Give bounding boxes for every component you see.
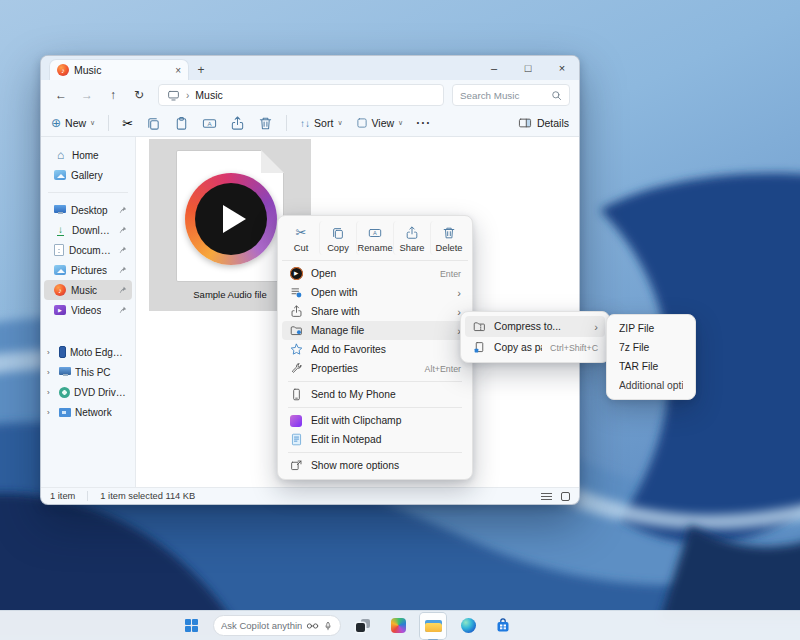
up-button[interactable]: ↑	[102, 88, 124, 102]
sidebar-item-videos[interactable]: ▶ Videos	[44, 300, 132, 320]
sidebar-item-music[interactable]: ♪ Music	[44, 280, 132, 300]
toolbar-divider	[286, 115, 287, 131]
menu-item-share-with[interactable]: Share with ›	[282, 302, 468, 321]
back-button[interactable]: ←	[50, 88, 72, 102]
list-view-toggle-icon[interactable]	[541, 493, 552, 500]
submenu-item-tar-file[interactable]: TAR File	[611, 357, 691, 376]
sidebar-item-label: Documents	[69, 245, 114, 256]
paste-button[interactable]	[174, 116, 189, 131]
tab-close-icon[interactable]: ×	[175, 65, 181, 76]
refresh-button[interactable]: ↻	[128, 88, 150, 102]
address-bar[interactable]: › Music	[158, 84, 444, 106]
submenu-item-7z-file[interactable]: 7z File	[611, 338, 691, 357]
search-box[interactable]	[452, 84, 570, 106]
microsoft-store-button[interactable]	[490, 613, 516, 639]
menu-item-open[interactable]: ▶ Open Enter	[282, 264, 468, 283]
menu-divider	[288, 407, 462, 408]
menu-item-show-more-options[interactable]: Show more options	[282, 456, 468, 475]
menu-item-open-with[interactable]: Open with ›	[282, 283, 468, 302]
rename-button[interactable]: A	[202, 116, 217, 131]
quick-action-label: Copy	[327, 243, 349, 253]
chevron-right-icon[interactable]: ›	[47, 388, 55, 397]
delete-menu-button[interactable]: Delete	[430, 221, 467, 255]
music-icon: ♪	[54, 284, 66, 296]
item-count: 1 item	[50, 491, 75, 501]
sidebar-item-label: Network	[75, 407, 112, 418]
view-button[interactable]: View ∨	[356, 117, 404, 129]
sidebar-item-desktop[interactable]: Desktop	[44, 200, 132, 220]
submenu-item-compress-to[interactable]: Compress to... ›	[465, 316, 605, 337]
chevron-right-icon[interactable]: ›	[47, 368, 55, 377]
status-bar: 1 item 1 item selected 114 KB	[41, 487, 579, 504]
menu-item-send-to-my-phone[interactable]: Send to My Phone	[282, 385, 468, 404]
sidebar-item-gallery[interactable]: Gallery	[44, 165, 132, 185]
details-pane-button[interactable]: Details	[518, 117, 569, 129]
close-button[interactable]: ×	[545, 56, 579, 80]
view-icon	[356, 117, 368, 129]
menu-item-label: Compress to...	[494, 321, 586, 332]
new-tab-button[interactable]: +	[189, 59, 213, 80]
menu-item-manage-file[interactable]: Manage file ›	[282, 321, 468, 340]
sidebar-item-pictures[interactable]: Pictures	[44, 260, 132, 280]
taskbar-search[interactable]	[213, 615, 341, 636]
start-button[interactable]	[178, 613, 204, 639]
chevron-down-icon: ∨	[90, 119, 95, 127]
file-explorer-icon	[425, 619, 442, 632]
copy-button[interactable]	[146, 116, 161, 131]
cut-button[interactable]: ✂	[122, 116, 133, 131]
menu-item-edit-in-notepad[interactable]: Edit in Notepad	[282, 430, 468, 449]
file-explorer-button[interactable]	[420, 613, 446, 639]
new-plus-icon: ⊕	[51, 117, 61, 129]
sort-button[interactable]: ↑↓ Sort ∨	[300, 117, 342, 129]
music-folder-icon: ♪	[57, 64, 69, 76]
menu-item-label: Properties	[311, 363, 417, 374]
menu-item-label: Manage file	[311, 325, 449, 336]
share-with-icon	[289, 305, 303, 318]
copilot-search-input[interactable]	[221, 620, 302, 631]
sidebar-item-downloads[interactable]: ↓ Downloads	[44, 220, 132, 240]
chevron-right-icon[interactable]: ›	[47, 348, 55, 357]
sidebar-item-home[interactable]: ⌂ Home	[44, 145, 132, 165]
menu-shortcut: Alt+Enter	[425, 364, 461, 374]
m365-copilot-button[interactable]	[385, 613, 411, 639]
cut-menu-button[interactable]: ✂ Cut	[283, 221, 319, 255]
sidebar-item-phone-device[interactable]: › Moto Edge 50 Neo	[44, 342, 132, 362]
toolbar-divider	[108, 115, 109, 131]
chevron-right-icon[interactable]: ›	[47, 408, 55, 417]
manage-file-submenu: Compress to... › Copy as path Ctrl+Shift…	[460, 311, 610, 363]
sidebar-item-this-pc[interactable]: › This PC	[44, 362, 132, 382]
menu-item-edit-with-clipchamp[interactable]: Edit with Clipchamp	[282, 411, 468, 430]
context-menu: ✂ Cut Copy A Rename Share Delete ▶ Open	[277, 215, 473, 480]
submenu-item-zip-file[interactable]: ZIP File	[611, 319, 691, 338]
selection-info: 1 item selected 114 KB	[100, 491, 195, 501]
new-button[interactable]: ⊕ New ∨	[51, 117, 95, 129]
see-more-button[interactable]: ···	[416, 116, 431, 130]
wrench-icon	[289, 362, 303, 375]
thumbnail-view-toggle-icon[interactable]	[561, 492, 570, 501]
sidebar-item-network[interactable]: › Network	[44, 402, 132, 422]
task-view-button[interactable]	[350, 613, 376, 639]
tab-music[interactable]: ♪ Music ×	[49, 59, 189, 80]
sidebar-item-label: Videos	[71, 305, 101, 316]
share-menu-button[interactable]: Share	[393, 221, 430, 255]
search-input[interactable]	[460, 90, 547, 101]
rename-menu-button[interactable]: A Rename	[356, 221, 393, 255]
microphone-icon[interactable]	[323, 620, 333, 632]
copy-menu-button[interactable]: Copy	[319, 221, 356, 255]
submenu-item-copy-as-path[interactable]: Copy as path Ctrl+Shift+C	[465, 337, 605, 358]
share-button[interactable]	[230, 116, 245, 131]
quick-action-label: Delete	[436, 243, 463, 253]
minimize-button[interactable]: –	[477, 56, 511, 80]
forward-button[interactable]: →	[76, 88, 98, 102]
manage-file-icon	[289, 324, 303, 337]
sidebar-item-documents[interactable]: Documents	[44, 240, 132, 260]
submenu-item-additional-options[interactable]: Additional options	[611, 376, 691, 395]
menu-item-add-to-favorites[interactable]: Add to Favorites	[282, 340, 468, 359]
delete-button[interactable]	[258, 116, 273, 131]
maximize-button[interactable]: □	[511, 56, 545, 80]
menu-item-properties[interactable]: Properties Alt+Enter	[282, 359, 468, 378]
sidebar-item-dvd-drive[interactable]: › DVD Drive (D:) CCC	[44, 382, 132, 402]
microsoft-store-icon	[495, 618, 511, 634]
edge-button[interactable]	[455, 613, 481, 639]
pin-icon	[119, 286, 127, 294]
